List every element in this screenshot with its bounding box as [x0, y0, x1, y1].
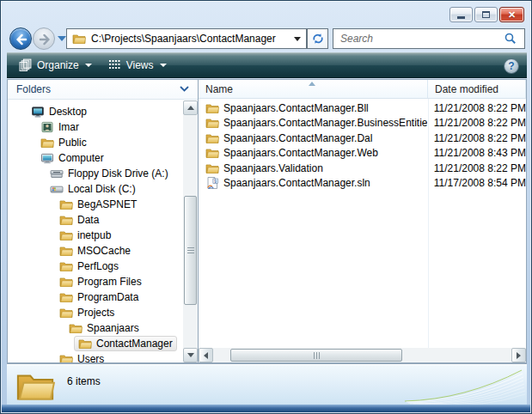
tree-item-label: Data	[77, 214, 99, 226]
maximize-icon	[482, 11, 490, 18]
file-date-modified: 11/21/2008 8:22 PM	[427, 162, 526, 174]
thumb-grip	[187, 247, 194, 248]
tree-item-icon	[59, 306, 73, 320]
organize-button[interactable]: Organize	[10, 54, 100, 76]
tree-item-icon	[40, 151, 54, 165]
tree-item-imar[interactable]: Imar	[8, 119, 183, 135]
tree-item-icon	[59, 213, 73, 227]
column-header-date-modified[interactable]: Date modified	[428, 80, 526, 98]
scroll-left-icon	[204, 352, 208, 359]
tree-item-program-files[interactable]: Program Files	[8, 274, 183, 289]
table-row[interactable]: Spaanjaars.ContactManager.Web 11/21/2008…	[199, 146, 526, 161]
title-bar[interactable]: ✕	[1, 1, 531, 25]
views-label: Views	[126, 59, 154, 71]
folders-title: Folders	[16, 83, 51, 95]
recent-pages-dropdown-icon[interactable]	[58, 36, 66, 41]
scroll-down-button[interactable]	[183, 348, 198, 362]
folders-header[interactable]: Folders	[8, 80, 198, 100]
thumb-grip	[319, 352, 320, 359]
list-horizontal-scrollbar[interactable]	[199, 348, 526, 362]
tree-item-desktop[interactable]: Desktop	[8, 104, 183, 119]
address-dropdown-icon[interactable]	[294, 37, 301, 41]
close-button[interactable]: ✕	[499, 7, 524, 22]
scroll-thumb[interactable]	[230, 349, 402, 362]
tree-item-icon	[78, 337, 92, 350]
tree-item-data[interactable]: Data	[8, 212, 183, 228]
tree-item-public[interactable]: Public	[8, 135, 183, 150]
thumb-grip	[316, 352, 317, 359]
tree-item-perflogs[interactable]: PerfLogs	[8, 259, 183, 274]
tree-item-label: inetpub	[77, 229, 111, 241]
tree-item-contactmanager[interactable]: ContactManager	[8, 336, 183, 351]
tree-item-programdata[interactable]: ProgramData	[8, 289, 183, 305]
tree-item-icon	[59, 275, 73, 289]
tree-item-floppy-disk-drive-a[interactable]: Floppy Disk Drive (A:)	[8, 166, 183, 181]
table-row[interactable]: Spaanjaars.ContactManager.Bll 11/21/2008…	[199, 100, 526, 116]
scroll-track[interactable]	[183, 115, 198, 348]
minimize-button[interactable]	[449, 7, 473, 22]
tree-item-label: Users	[77, 353, 104, 362]
caption-buttons: ✕	[449, 7, 524, 22]
tree-item-label: PerfLogs	[77, 260, 119, 272]
tree-item-icon	[59, 228, 73, 242]
refresh-button[interactable]	[307, 28, 328, 49]
tree-item-icon	[40, 120, 54, 134]
details-pane: 6 items	[7, 363, 527, 405]
scroll-right-button[interactable]	[511, 348, 526, 362]
forward-button[interactable]	[33, 27, 55, 50]
scroll-up-icon	[187, 106, 194, 110]
minimize-icon	[457, 16, 465, 19]
tree-item-local-disk-c[interactable]: Local Disk (C:)	[8, 181, 183, 197]
window-bottom-frame	[2, 405, 530, 412]
organize-icon	[18, 58, 32, 72]
address-text: C:\Projects\Spaanjaars\ContactManager	[91, 33, 290, 45]
table-row[interactable]: Spaanjaars.ContactManager.BusinessEntiti…	[199, 116, 526, 131]
tree-item-icon	[59, 244, 73, 258]
file-icon	[205, 176, 219, 190]
file-name: Spaanjaars.Validation	[223, 162, 323, 174]
close-icon: ✕	[508, 10, 516, 20]
scroll-thumb[interactable]	[184, 196, 197, 305]
search-input[interactable]	[340, 33, 504, 45]
thumb-grip	[314, 352, 315, 359]
tree-item-label: Public	[58, 137, 87, 149]
scroll-left-button[interactable]	[199, 348, 213, 362]
explorer-window: ✕ C:\Projects\Spaanjaars\ContactManager	[0, 0, 532, 414]
tree-item-icon	[59, 352, 73, 362]
tree-item-begaspnet[interactable]: BegASPNET	[8, 197, 183, 212]
file-date-modified: 11/21/2008 8:22 PM	[427, 117, 526, 129]
thumb-grip	[187, 253, 194, 253]
folders-pane: Folders Desktop Imar Public Comp	[7, 79, 199, 363]
table-row[interactable]: Spaanjaars.ContactManager.Dal 11/21/2008…	[199, 131, 526, 146]
tree-item-icon	[59, 198, 73, 211]
tree-item-label: BegASPNET	[77, 198, 137, 210]
search-box	[333, 28, 525, 49]
tree-item-projects[interactable]: Projects	[8, 305, 183, 320]
table-row[interactable]: Spaanjaars.Validation 11/21/2008 8:22 PM	[199, 161, 526, 176]
tree-item-users[interactable]: Users	[8, 351, 183, 362]
scroll-track[interactable]	[213, 348, 511, 362]
tree-vertical-scrollbar[interactable]	[183, 100, 198, 362]
search-icon[interactable]	[504, 32, 517, 46]
table-row[interactable]: Spaanjaars.ContactManager.sln 11/17/2008…	[199, 176, 526, 192]
tree-item-label: Floppy Disk Drive (A:)	[68, 167, 168, 180]
back-arrow-icon	[14, 32, 29, 47]
organize-label: Organize	[37, 59, 79, 71]
scroll-up-button[interactable]	[183, 100, 198, 115]
file-name: Spaanjaars.ContactManager.BusinessEntiti…	[223, 117, 427, 129]
back-button[interactable]	[9, 27, 32, 50]
address-bar[interactable]: C:\Projects\Spaanjaars\ContactManager	[66, 28, 307, 49]
column-header-name[interactable]: Name	[199, 80, 428, 98]
tree-item-computer[interactable]: Computer	[8, 150, 183, 166]
maximize-button[interactable]	[474, 7, 498, 22]
tree-item-label: Program Files	[77, 276, 142, 288]
tree-item-spaanjaars[interactable]: Spaanjaars	[8, 320, 183, 336]
tree-item-msocache[interactable]: MSOCache	[8, 243, 183, 259]
chevron-down-icon[interactable]	[180, 86, 189, 93]
views-button[interactable]: Views	[100, 54, 174, 76]
help-button[interactable]: ?	[504, 58, 519, 74]
tree-item-inetpub[interactable]: inetpub	[8, 228, 183, 243]
content-area: Folders Desktop Imar Public Comp	[7, 79, 527, 363]
tree-item-icon	[40, 136, 54, 149]
tree-item-icon	[31, 105, 45, 119]
